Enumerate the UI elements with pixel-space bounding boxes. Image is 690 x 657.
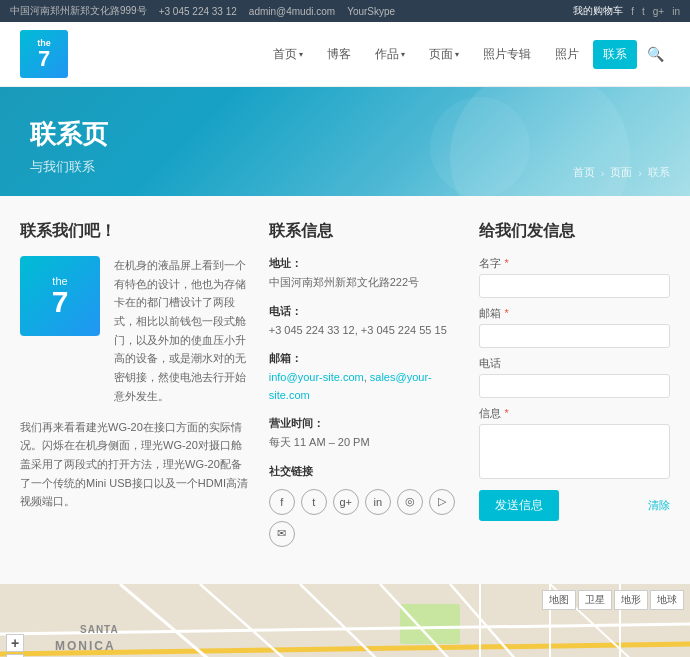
chevron-down-icon: ▾ bbox=[455, 50, 459, 59]
hero-title: 联系页 bbox=[30, 117, 660, 152]
map-view-satellite[interactable]: 卫星 bbox=[578, 590, 612, 610]
header: the 7 首页 ▾ 博客 作品 ▾ 页面 ▾ 照片专辑 照片 联系 🔍 bbox=[0, 22, 690, 87]
social-twitter-icon[interactable]: t bbox=[301, 489, 327, 515]
search-icon[interactable]: 🔍 bbox=[641, 40, 670, 68]
nav-page[interactable]: 页面 ▾ bbox=[419, 40, 469, 69]
name-label: 名字 * bbox=[479, 256, 670, 271]
name-input[interactable] bbox=[479, 274, 670, 298]
contact-address: 地址： 中国河南郑州新郑文化路222号 bbox=[269, 256, 460, 292]
clear-link[interactable]: 清除 bbox=[648, 498, 670, 513]
social-g[interactable]: g+ bbox=[653, 6, 664, 17]
phone-value: +3 045 224 33 12, +3 045 224 55 15 bbox=[269, 322, 460, 340]
address-label: 地址： bbox=[269, 256, 460, 271]
form-email-group: 邮箱 * bbox=[479, 306, 670, 348]
social-f[interactable]: f bbox=[631, 6, 634, 17]
social-youtube-icon[interactable]: ▷ bbox=[429, 489, 455, 515]
left-title: 联系我们吧！ bbox=[20, 221, 249, 242]
topbar-skype: YourSkype bbox=[347, 6, 395, 17]
topbar-phone: +3 045 224 33 12 bbox=[159, 6, 237, 17]
breadcrumb-home[interactable]: 首页 bbox=[573, 165, 595, 180]
company-logo: the 7 bbox=[20, 256, 100, 336]
address-value: 中国河南郑州新郑文化路222号 bbox=[269, 274, 460, 292]
nav-gallery[interactable]: 照片专辑 bbox=[473, 40, 541, 69]
chevron-down-icon: ▾ bbox=[299, 50, 303, 59]
contact-phone: 电话： +3 045 224 33 12, +3 045 224 55 15 bbox=[269, 304, 460, 340]
social-t[interactable]: t bbox=[642, 6, 645, 17]
right-column: 给我们发信息 名字 * 邮箱 * 电话 信息 * 发送信息 清除 bbox=[479, 221, 670, 559]
message-label: 信息 * bbox=[479, 406, 670, 421]
topbar-email: admin@4mudi.com bbox=[249, 6, 335, 17]
social-instagram-icon[interactable]: ◎ bbox=[397, 489, 423, 515]
topbar-cart[interactable]: 我的购物车 bbox=[573, 4, 623, 18]
nav-home[interactable]: 首页 ▾ bbox=[263, 40, 313, 69]
submit-row: 发送信息 清除 bbox=[479, 490, 670, 521]
contact-email: 邮箱： info@your-site.com, sales@your-site.… bbox=[269, 351, 460, 404]
nav-photos[interactable]: 照片 bbox=[545, 40, 589, 69]
hours-value: 每天 11 AM – 20 PM bbox=[269, 434, 460, 452]
mid-title: 联系信息 bbox=[269, 221, 460, 242]
zoom-in-button[interactable]: + bbox=[6, 634, 24, 652]
social-in[interactable]: in bbox=[672, 6, 680, 17]
email-value: info@your-site.com, sales@your-site.com bbox=[269, 369, 460, 404]
main-nav: 首页 ▾ 博客 作品 ▾ 页面 ▾ 照片专辑 照片 联系 🔍 bbox=[263, 40, 670, 69]
topbar-right: 我的购物车 f t g+ in bbox=[573, 4, 680, 18]
map-controls: 地图 卫星 地形 地球 bbox=[542, 590, 684, 610]
contact-hours: 营业时间： 每天 11 AM – 20 PM bbox=[269, 416, 460, 452]
submit-button[interactable]: 发送信息 bbox=[479, 490, 559, 521]
company-card: the 7 在机身的液晶屏上看到一个有特色的设计，他也为存储卡在的都门槽设计了两… bbox=[20, 256, 249, 406]
nav-contact[interactable]: 联系 bbox=[593, 40, 637, 69]
map-label-monica: MONICA bbox=[55, 639, 116, 653]
right-title: 给我们发信息 bbox=[479, 221, 670, 242]
hero-banner: 联系页 与我们联系 首页 › 页面 › 联系 bbox=[0, 87, 690, 196]
social-facebook-icon[interactable]: f bbox=[269, 489, 295, 515]
mid-column: 联系信息 地址： 中国河南郑州新郑文化路222号 电话： +3 045 224 … bbox=[269, 221, 460, 559]
logo-num: 7 bbox=[38, 48, 50, 70]
breadcrumb-page[interactable]: 页面 bbox=[610, 165, 632, 180]
breadcrumb: 首页 › 页面 › 联系 bbox=[573, 165, 670, 180]
email-input[interactable] bbox=[479, 324, 670, 348]
company-para1: 在机身的液晶屏上看到一个有特色的设计，他也为存储卡在的都门槽设计了两段式，相比以… bbox=[114, 256, 249, 406]
social-linkedin-icon[interactable]: in bbox=[365, 489, 391, 515]
form-name-group: 名字 * bbox=[479, 256, 670, 298]
phone-input[interactable] bbox=[479, 374, 670, 398]
social-google-icon[interactable]: g+ bbox=[333, 489, 359, 515]
email-form-label: 邮箱 * bbox=[479, 306, 670, 321]
nav-blog[interactable]: 博客 bbox=[317, 40, 361, 69]
nav-work[interactable]: 作品 ▾ bbox=[365, 40, 415, 69]
social-icons-list: f t g+ in ◎ ▷ ✉ bbox=[269, 489, 460, 547]
map-section: SANTA MONICA 📍 地图 卫星 地形 地球 + − Google ©2… bbox=[0, 584, 690, 657]
social-mail-icon[interactable]: ✉ bbox=[269, 521, 295, 547]
phone-form-label: 电话 bbox=[479, 356, 670, 371]
company-para2: 我们再来看看建光WG-20在接口方面的实际情况。闪烁在在机身侧面，理光WG-20… bbox=[20, 418, 249, 511]
hero-subtitle: 与我们联系 bbox=[30, 158, 660, 176]
social-label: 社交链接 bbox=[269, 464, 460, 479]
chevron-down-icon: ▾ bbox=[401, 50, 405, 59]
social-section: 社交链接 f t g+ in ◎ ▷ ✉ bbox=[269, 464, 460, 547]
map-label-santa: SANTA bbox=[80, 624, 119, 635]
phone-label: 电话： bbox=[269, 304, 460, 319]
main-content: 联系我们吧！ the 7 在机身的液晶屏上看到一个有特色的设计，他也为存储卡在的… bbox=[0, 196, 690, 584]
company-logo-num: 7 bbox=[52, 287, 69, 317]
message-textarea[interactable] bbox=[479, 424, 670, 479]
form-message-group: 信息 * bbox=[479, 406, 670, 482]
topbar-address: 中国河南郑州新郑文化路999号 bbox=[10, 4, 147, 18]
map-zoom-controls: + − bbox=[6, 634, 24, 657]
topbar: 中国河南郑州新郑文化路999号 +3 045 224 33 12 admin@4… bbox=[0, 0, 690, 22]
breadcrumb-current: 联系 bbox=[648, 165, 670, 180]
hours-label: 营业时间： bbox=[269, 416, 460, 431]
map-view-terrain[interactable]: 地形 bbox=[614, 590, 648, 610]
map-view-earth[interactable]: 地球 bbox=[650, 590, 684, 610]
email-link1[interactable]: info@your-site.com bbox=[269, 371, 364, 383]
form-phone-group: 电话 bbox=[479, 356, 670, 398]
email-label: 邮箱： bbox=[269, 351, 460, 366]
left-column: 联系我们吧！ the 7 在机身的液晶屏上看到一个有特色的设计，他也为存储卡在的… bbox=[20, 221, 249, 559]
site-logo[interactable]: the 7 bbox=[20, 30, 68, 78]
map-view-map[interactable]: 地图 bbox=[542, 590, 576, 610]
